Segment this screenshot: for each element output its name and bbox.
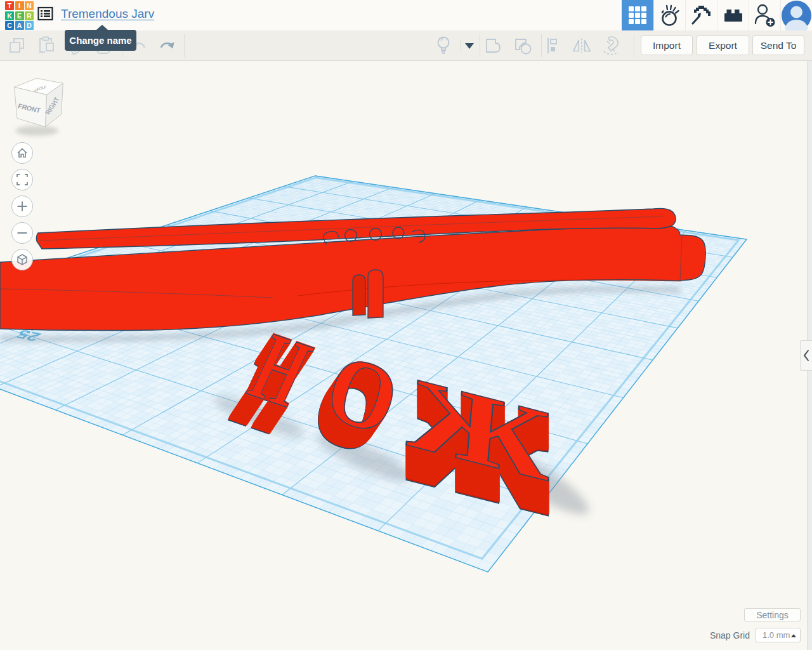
snap-grid-label: Snap Grid	[710, 630, 750, 640]
lightbulb-dropdown[interactable]	[462, 35, 476, 56]
caret-up-icon	[791, 634, 796, 637]
open-shapes-panel-button[interactable]	[800, 340, 812, 371]
paste-icon	[37, 36, 55, 55]
design-name-link[interactable]: Tremendous Jarv	[61, 7, 154, 21]
paste-button[interactable]	[36, 35, 57, 56]
workplane-light-button[interactable]	[433, 35, 454, 56]
nav-blocks-button[interactable]	[685, 0, 717, 30]
align-icon	[545, 37, 563, 55]
import-button[interactable]: Import	[641, 36, 693, 55]
settings-button[interactable]: Settings	[744, 608, 801, 621]
snap-grid-select[interactable]: 1.0 mm	[756, 628, 801, 642]
clothespin-tab-front[interactable]	[368, 270, 383, 318]
view-cube-shadow	[15, 126, 58, 136]
mirror-button[interactable]	[571, 35, 593, 56]
logo-letter: I	[15, 1, 24, 10]
perspective-toggle-button[interactable]	[11, 249, 33, 270]
nav-sim-lab-button[interactable]	[653, 0, 685, 30]
add-person-icon	[754, 3, 776, 27]
home-view-button[interactable]	[11, 142, 33, 164]
viewport-3d[interactable]: 25НННННННННННННННННННООООООООООООООООООО…	[0, 61, 812, 650]
toolbar-separator	[461, 39, 461, 52]
scene-3d: 25НННННННННННННННННННООООООООООООООООООО…	[0, 61, 812, 650]
clothespin-tab-back[interactable]	[353, 275, 365, 315]
group-button[interactable]	[483, 35, 505, 56]
ungroup-icon	[513, 37, 534, 55]
logo-letter: C	[5, 21, 14, 30]
top-header: T I N K E R C A D Tremendous Jarv	[0, 0, 812, 30]
redo-icon	[157, 39, 176, 53]
minus-icon	[16, 227, 29, 239]
tooltip-arrow	[96, 25, 108, 30]
nav-3d-shapes-button[interactable]	[622, 0, 653, 30]
zoom-in-button[interactable]	[11, 196, 33, 217]
group-icon	[485, 37, 504, 55]
snap-grid-value: 1.0 mm	[763, 630, 790, 640]
zoom-out-button[interactable]	[11, 222, 33, 244]
copy-icon	[8, 37, 26, 55]
logo-letter: T	[5, 1, 14, 10]
export-button[interactable]: Export	[697, 36, 749, 55]
ungroup-button[interactable]	[513, 35, 534, 56]
view-cube[interactable]: TOP FRONT RIGHT	[8, 70, 77, 143]
header-nav	[622, 0, 812, 30]
align-button[interactable]	[543, 35, 565, 56]
lightbulb-icon	[435, 36, 452, 56]
send-to-button[interactable]: Send To	[752, 36, 804, 55]
design-properties-button[interactable]	[37, 6, 55, 23]
logo-letter: D	[25, 21, 34, 30]
tinkercad-logo[interactable]: T I N K E R C A D	[5, 1, 34, 30]
nav-bricks-button[interactable]	[717, 0, 749, 30]
toolbar-separator	[541, 34, 542, 57]
mirror-icon	[571, 37, 593, 54]
shapes-grid-icon	[629, 6, 646, 24]
copy-button[interactable]	[6, 35, 28, 56]
magnet-icon	[602, 36, 626, 55]
fit-view-icon	[16, 173, 29, 186]
home-icon	[16, 147, 29, 159]
logo-letter: E	[15, 11, 24, 20]
logo-letter: N	[25, 1, 34, 10]
perspective-cube-icon	[15, 253, 29, 267]
sim-lab-ball-icon	[659, 4, 681, 27]
collaborate-button[interactable]	[749, 0, 780, 30]
avatar	[782, 1, 811, 30]
account-menu[interactable]	[780, 0, 812, 30]
logo-letter: K	[5, 11, 14, 20]
plus-icon	[16, 200, 29, 213]
toolbar-separator	[634, 34, 634, 57]
change-name-tooltip: Change name	[65, 30, 136, 51]
logo-letter: A	[15, 21, 24, 30]
lego-brick-icon	[724, 7, 743, 23]
toolbar-separator	[480, 34, 480, 57]
chevron-left-icon	[803, 349, 809, 362]
snap-grid-control: Snap Grid 1.0 mm	[710, 628, 801, 642]
minecraft-pickaxe-icon	[690, 4, 712, 26]
magnet-button[interactable]	[601, 35, 627, 56]
toolbar-separator	[184, 34, 185, 57]
fit-view-button[interactable]	[11, 169, 33, 190]
redo-button[interactable]	[156, 35, 178, 56]
logo-letter: R	[25, 11, 34, 20]
caret-down-icon	[465, 43, 474, 49]
list-properties-icon	[37, 6, 54, 22]
